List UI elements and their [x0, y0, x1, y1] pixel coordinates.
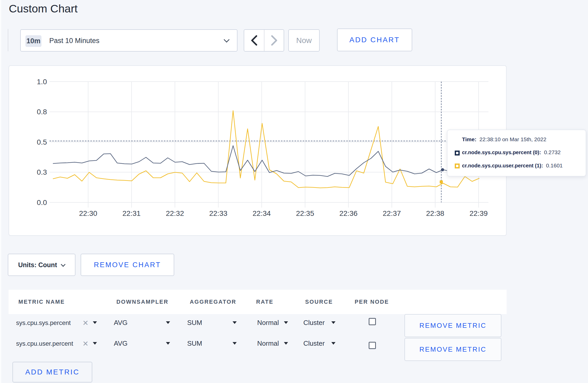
svg-text:0.3: 0.3 — [37, 168, 47, 176]
svg-text:22:35: 22:35 — [296, 209, 314, 217]
svg-text:1.0: 1.0 — [37, 78, 47, 86]
svg-text:22:33: 22:33 — [209, 209, 227, 217]
svg-text:0.8: 0.8 — [37, 108, 47, 116]
svg-text:0.0: 0.0 — [37, 198, 47, 207]
svg-text:22:36: 22:36 — [339, 209, 358, 217]
svg-text:22:31: 22:31 — [122, 209, 141, 217]
svg-text:22:34: 22:34 — [253, 209, 271, 217]
svg-text:0.5: 0.5 — [37, 138, 47, 146]
svg-text:22:30: 22:30 — [79, 209, 97, 217]
svg-text:22:37: 22:37 — [383, 209, 401, 217]
svg-text:22:32: 22:32 — [166, 209, 184, 217]
svg-text:22:38: 22:38 — [426, 209, 444, 217]
svg-text:22:39: 22:39 — [470, 209, 488, 217]
